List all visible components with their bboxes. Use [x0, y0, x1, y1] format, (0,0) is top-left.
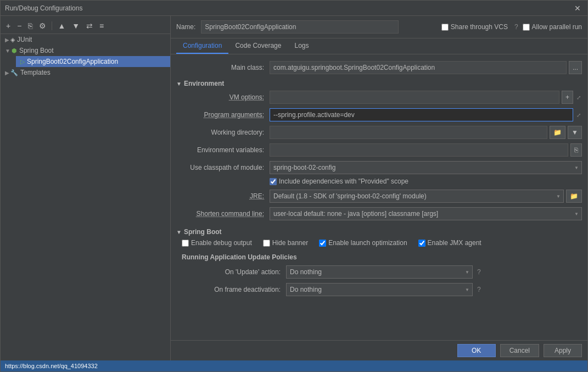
- cancel-button[interactable]: Cancel: [500, 344, 539, 357]
- running-app-title: Running Application Update Policies: [176, 252, 582, 263]
- sidebar-item-label-junit: JUnit: [17, 36, 32, 43]
- jre-label: JRE:: [176, 192, 270, 200]
- copy-config-button[interactable]: ⎘: [26, 20, 35, 31]
- sort-config-button[interactable]: ≡: [97, 20, 106, 31]
- environment-variables-row: Environment variables: ⎘: [176, 141, 582, 159]
- on-frame-deactivation-input-group: Do nothing ?: [286, 283, 582, 296]
- include-deps-text: Include dependencies with "Provided" sco…: [279, 177, 408, 185]
- jre-row: JRE: Default (1.8 - SDK of 'spring-boot-…: [176, 187, 582, 205]
- program-arguments-expand-button[interactable]: ⤢: [575, 112, 582, 118]
- include-deps-checkbox[interactable]: [270, 178, 277, 185]
- environment-variables-input-group: ⎘: [270, 143, 582, 157]
- hide-banner-text: Hide banner: [272, 239, 308, 247]
- move-config-button[interactable]: ⇄: [84, 20, 95, 31]
- include-deps-label[interactable]: Include dependencies with "Provided" sco…: [270, 177, 408, 185]
- vm-options-input-group: + ⤢: [270, 91, 582, 104]
- enable-debug-checkbox[interactable]: [182, 240, 189, 247]
- allow-parallel-label[interactable]: Allow parallel run: [523, 23, 582, 31]
- remove-config-button[interactable]: −: [15, 20, 24, 31]
- enable-debug-label[interactable]: Enable debug output: [182, 239, 252, 247]
- close-button[interactable]: ✕: [572, 4, 583, 13]
- vm-options-label: VM options:: [176, 93, 270, 101]
- enable-launch-opt-text: Enable launch optimization: [328, 239, 407, 247]
- toolbar-separator-1: [52, 21, 52, 30]
- jre-select[interactable]: Default (1.8 - SDK of 'spring-boot-02-co…: [270, 190, 564, 203]
- on-update-input-group: Do nothing ?: [286, 265, 582, 279]
- share-vcs-checkbox[interactable]: [441, 24, 449, 31]
- on-update-row: On 'Update' action: Do nothing ?: [176, 263, 582, 281]
- sidebar-item-label-app: SpringBoot02ConfigApplication: [27, 58, 118, 65]
- sidebar: + − ⎘ ⚙ ▲ ▼ ⇄ ≡ ▶ ◈ JUnit ▼ ⬢ Spring Boo…: [1, 16, 171, 360]
- main-class-label: Main class:: [176, 64, 270, 71]
- working-directory-dropdown-button[interactable]: ▼: [568, 126, 582, 139]
- environment-section-header: ▼ Environment: [176, 76, 582, 88]
- spring-boot-section-header: ▼ Spring Boot: [176, 225, 582, 237]
- main-class-browse-button[interactable]: ...: [569, 61, 582, 74]
- spring-boot-section: ▼ Spring Boot Enable debug output Hide b…: [176, 225, 582, 298]
- enable-launch-opt-checkbox[interactable]: [319, 240, 326, 247]
- move-up-button[interactable]: ▲: [55, 20, 68, 31]
- program-arguments-input[interactable]: [270, 108, 573, 121]
- config-content: Main class: ... ▼ Environment VM options…: [171, 54, 587, 340]
- junit-icon: ◈: [10, 36, 15, 43]
- use-classpath-row: Use classpath of module: spring-boot-02-…: [176, 159, 582, 176]
- tab-code-coverage[interactable]: Code Coverage: [228, 38, 288, 54]
- footer: OK Cancel Apply: [171, 340, 587, 360]
- app-icon: ▷: [20, 58, 25, 65]
- use-classpath-select-wrapper: spring-boot-02-config: [270, 161, 582, 174]
- name-input[interactable]: [201, 20, 399, 34]
- spring-boot-checkboxes: Enable debug output Hide banner Enable l…: [182, 237, 582, 249]
- sidebar-toolbar: + − ⎘ ⚙ ▲ ▼ ⇄ ≡: [1, 18, 170, 34]
- right-panel: Name: Share through VCS ? Allow parallel…: [171, 16, 587, 360]
- vm-options-full-expand-button[interactable]: ⤢: [575, 95, 582, 101]
- on-frame-deactivation-help-icon[interactable]: ?: [477, 286, 481, 293]
- main-class-row: Main class: ...: [176, 59, 582, 76]
- jre-folder-button[interactable]: 📁: [566, 190, 582, 203]
- sidebar-item-spring-boot[interactable]: ▼ ⬢ Spring Boot: [1, 45, 170, 56]
- shorten-cmd-select[interactable]: user-local default: none - java [options…: [270, 207, 582, 220]
- environment-variables-copy-button[interactable]: ⎘: [570, 143, 582, 157]
- environment-expand-icon: ▼: [176, 81, 182, 87]
- use-classpath-select[interactable]: spring-boot-02-config: [270, 161, 582, 174]
- working-directory-input-group: 📁 ▼: [270, 126, 582, 139]
- sidebar-item-springboot02config[interactable]: ▷ SpringBoot02ConfigApplication: [16, 56, 170, 67]
- enable-jmx-text: Enable JMX agent: [428, 239, 481, 247]
- main-class-input[interactable]: [270, 61, 567, 74]
- tabs: Configuration Code Coverage Logs: [171, 38, 587, 54]
- on-update-help-icon[interactable]: ?: [477, 268, 481, 276]
- program-arguments-label: Program arguments:: [176, 111, 270, 119]
- tab-logs[interactable]: Logs: [288, 38, 315, 54]
- name-row-right: Share through VCS ? Allow parallel run: [441, 23, 582, 31]
- hide-banner-checkbox[interactable]: [263, 240, 270, 247]
- hide-banner-label[interactable]: Hide banner: [263, 239, 308, 247]
- templates-icon: 🔧: [10, 69, 18, 76]
- on-frame-deactivation-select[interactable]: Do nothing: [286, 283, 473, 296]
- sidebar-item-templates[interactable]: ▶ 🔧 Templates: [1, 67, 170, 78]
- enable-jmx-label[interactable]: Enable JMX agent: [418, 239, 481, 247]
- add-config-button[interactable]: +: [4, 20, 13, 31]
- enable-debug-text: Enable debug output: [191, 239, 252, 247]
- environment-variables-input[interactable]: [270, 143, 568, 157]
- working-directory-input[interactable]: [270, 126, 547, 139]
- move-down-button[interactable]: ▼: [70, 20, 82, 31]
- sidebar-item-junit[interactable]: ▶ ◈ JUnit: [1, 34, 170, 45]
- status-bar-url: https://blog.csdn.net/qq_41094332: [5, 363, 98, 369]
- vm-options-expand-button[interactable]: +: [562, 91, 573, 104]
- name-row: Name: Share through VCS ? Allow parallel…: [171, 16, 587, 38]
- enable-launch-opt-label[interactable]: Enable launch optimization: [319, 239, 407, 247]
- apply-button[interactable]: Apply: [544, 344, 582, 357]
- tab-configuration[interactable]: Configuration: [176, 38, 228, 54]
- working-directory-folder-button[interactable]: 📁: [550, 126, 565, 139]
- enable-jmx-checkbox[interactable]: [418, 240, 425, 247]
- spring-boot-icon: ⬢: [12, 47, 17, 54]
- shorten-cmd-label: Shorten command line:: [176, 210, 270, 218]
- title-bar: Run/Debug Configurations ✕: [1, 1, 587, 16]
- share-vcs-help-icon[interactable]: ?: [514, 23, 518, 31]
- vm-options-input[interactable]: [270, 91, 559, 104]
- on-update-select[interactable]: Do nothing: [286, 265, 473, 279]
- allow-parallel-checkbox[interactable]: [523, 24, 530, 31]
- ok-button[interactable]: OK: [457, 344, 496, 357]
- running-app-section: Running Application Update Policies On '…: [176, 252, 582, 298]
- settings-config-button[interactable]: ⚙: [37, 20, 48, 31]
- share-vcs-label[interactable]: Share through VCS: [441, 23, 508, 31]
